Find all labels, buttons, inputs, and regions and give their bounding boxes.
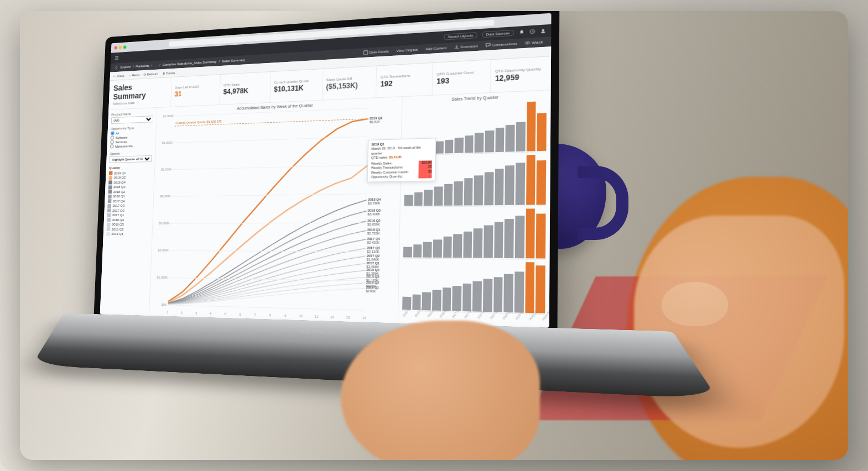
bar[interactable] (495, 128, 505, 152)
legend-item[interactable]: 2018 Q2 (108, 189, 150, 193)
data-details-button[interactable]: Data Details (361, 49, 392, 55)
legend-item[interactable]: 2018 Q1 (108, 194, 150, 198)
legend-item[interactable]: 2018 Q3 (108, 185, 151, 189)
legend-item[interactable]: 2016 Q3 (107, 222, 149, 226)
bar[interactable] (453, 234, 462, 258)
legend-item[interactable]: 2019 Q1 (109, 170, 152, 175)
window-close-icon[interactable] (114, 46, 117, 49)
bar[interactable] (506, 125, 515, 151)
line-chart[interactable]: Accumulated Sales by Week of the Quarter… (149, 97, 402, 323)
bar-chart-column[interactable]: Sales Trend by Quarter 2016 Q12016 Q2201… (398, 90, 551, 328)
redo-button[interactable]: → Redo (128, 73, 140, 77)
bar[interactable] (536, 213, 545, 259)
filter-opportunity-type: Opportunity Type AllSoftwareServicesMain… (110, 125, 153, 149)
bar[interactable] (495, 169, 504, 205)
watch-button[interactable]: Watch (522, 39, 545, 45)
bar[interactable] (514, 271, 524, 313)
saved-layouts-button[interactable]: Saved Layouts (444, 32, 477, 40)
bar[interactable] (423, 242, 432, 258)
opportunity-type-option[interactable]: Maintenance (110, 143, 152, 148)
legend-item[interactable]: 2019 Q2 (108, 175, 151, 180)
bar[interactable] (465, 135, 474, 153)
product-name-select[interactable]: (All) (111, 116, 153, 124)
bell-icon[interactable] (519, 30, 524, 35)
bar[interactable] (463, 231, 472, 258)
refresh-button[interactable]: ⟳ Refresh (143, 72, 158, 76)
bar[interactable] (504, 274, 513, 312)
data-sources-button[interactable]: Data Sources (482, 30, 513, 38)
chevron-left-icon[interactable] (115, 65, 119, 70)
bar[interactable] (485, 130, 495, 152)
photo-scene: Saved Layouts Data Sources ? Explore / M… (20, 11, 848, 460)
bar[interactable] (472, 281, 482, 312)
bar[interactable] (493, 277, 503, 312)
pause-button[interactable]: ⏸ Pause (162, 71, 175, 75)
crumb-explore[interactable]: Explore (121, 65, 131, 69)
download-button[interactable]: Download (451, 43, 480, 50)
bar[interactable] (404, 195, 413, 206)
bar[interactable] (433, 239, 441, 258)
bar[interactable] (444, 139, 453, 153)
bar[interactable] (515, 216, 524, 259)
menu-icon[interactable] (115, 56, 119, 60)
bar[interactable] (536, 265, 545, 313)
bar[interactable] (464, 179, 473, 206)
bar[interactable] (413, 244, 422, 258)
bar[interactable] (474, 228, 483, 258)
bar[interactable] (526, 155, 536, 205)
legend-item[interactable]: 2018 Q4 (108, 180, 151, 184)
bar[interactable] (527, 102, 536, 151)
bar[interactable] (455, 138, 464, 153)
user-icon[interactable] (540, 28, 546, 34)
bar[interactable] (403, 247, 412, 258)
filter-panel: Product Name (All) Opportunity Type AllS… (100, 108, 158, 316)
crumb-workbook[interactable]: Executive Salesforce_Sales Summary (163, 60, 217, 66)
legend-item[interactable]: 2017 Q4 (108, 198, 150, 203)
bar[interactable] (462, 284, 472, 312)
bar[interactable] (422, 292, 431, 311)
bar[interactable] (484, 172, 493, 205)
bar[interactable] (525, 263, 535, 313)
bar[interactable] (516, 122, 526, 151)
legend-item[interactable]: 2017 Q1 (107, 213, 150, 217)
quarter-highlight-select[interactable]: Highlight Quarter of Close Date (110, 155, 152, 163)
conversations-button[interactable]: Conversations (483, 41, 520, 48)
crumb-ellipsis[interactable]: … (154, 64, 158, 67)
chart-tooltip: 2019 Q1 March 29, 2019 · 5th week of the… (367, 138, 436, 182)
view-original-button[interactable]: View Original (394, 48, 420, 53)
bar[interactable] (494, 222, 503, 258)
bar[interactable] (483, 279, 492, 312)
bar[interactable] (454, 181, 463, 205)
legend-item[interactable]: 2017 Q2 (107, 208, 150, 213)
legend-item[interactable]: 2017 Q3 (107, 203, 150, 208)
bar[interactable] (443, 237, 452, 258)
screen: Saved Layouts Data Sources ? Explore / M… (100, 13, 552, 328)
bar[interactable] (484, 225, 493, 258)
bar[interactable] (526, 208, 536, 259)
eye-icon (525, 40, 531, 46)
legend-item[interactable]: 2016 Q2 (107, 227, 149, 231)
bar[interactable] (537, 113, 547, 151)
bar[interactable] (434, 187, 443, 206)
bar[interactable] (442, 288, 451, 311)
bar[interactable] (505, 165, 514, 205)
add-content-button[interactable]: Add Content (423, 46, 449, 51)
window-zoom-icon[interactable] (123, 45, 127, 49)
bar[interactable] (414, 192, 423, 205)
bar[interactable] (444, 184, 453, 205)
crumb-marketing[interactable]: Marketing (136, 64, 149, 68)
bar[interactable] (452, 286, 461, 311)
window-minimize-icon[interactable] (119, 46, 122, 49)
bar[interactable] (424, 190, 433, 206)
legend-item[interactable]: 2016 Q1 (106, 232, 149, 236)
bar[interactable] (474, 175, 484, 205)
undo-button[interactable]: ← Undo (113, 74, 124, 78)
help-icon[interactable]: ? (529, 29, 535, 34)
bar[interactable] (537, 160, 546, 205)
bar[interactable] (475, 133, 484, 153)
bar[interactable] (505, 219, 514, 258)
bar[interactable] (516, 163, 525, 205)
kpi-customers: QTD Customer Count193 (432, 60, 491, 95)
legend-item[interactable]: 2016 Q4 (107, 218, 149, 222)
laptop-brand-label: MacBook Pro (300, 327, 339, 335)
